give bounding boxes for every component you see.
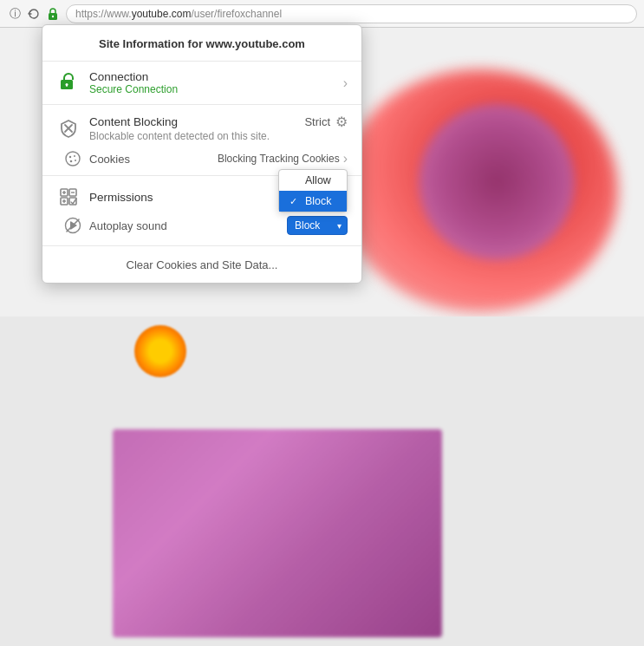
svg-point-11: [75, 160, 76, 161]
svg-point-9: [74, 155, 75, 157]
url-path: /user/firefoxchannel: [191, 8, 282, 20]
bg-firefox-logo: [134, 325, 186, 377]
cookies-label: Cookies: [89, 153, 218, 166]
cookies-icon-wrap: [56, 151, 89, 166]
content-blocking-desc: Blockable content detected on this site.: [89, 130, 348, 142]
cookies-value-text: Blocking Tracking Cookies: [218, 153, 340, 165]
connection-icon: [56, 71, 81, 95]
autoplay-dropdown-wrapper: Allow ✓ Block Block ▾: [287, 216, 348, 235]
cookies-chevron: ›: [343, 151, 348, 166]
autoplay-dropdown-btn[interactable]: Block ▾: [287, 216, 348, 235]
refresh-icon[interactable]: [26, 6, 42, 22]
autoplay-dropdown-menu: Allow ✓ Block: [278, 169, 348, 212]
dropdown-btn-text: Block: [295, 219, 320, 232]
connection-subtitle: Secure Connection: [89, 83, 343, 95]
popup-header: Site Information for www.youtube.com: [42, 25, 361, 62]
block-check: ✓: [289, 196, 300, 207]
autoplay-row: Autoplay sound Allow ✓ Block Block: [42, 212, 361, 245]
connection-title: Connection: [89, 70, 343, 83]
connection-content: Connection Secure Connection: [89, 70, 343, 95]
svg-point-1: [52, 15, 54, 16]
bg-purple-bottom: [113, 429, 442, 637]
permissions-title: Permissions: [89, 191, 153, 204]
site-info-popup: Site Information for www.youtube.com Con…: [42, 24, 362, 284]
info-icon[interactable]: ⓘ: [7, 6, 23, 22]
permissions-section: Permissions ⚙ Autoplay sound Allow: [42, 176, 361, 246]
svg-point-8: [69, 156, 71, 158]
url-text: https://www.youtube.com/user/firefoxchan…: [75, 8, 282, 20]
popup-title: Site Information for www.youtube.com: [56, 37, 348, 50]
autoplay-icon-wrap: [56, 217, 89, 234]
block-label: Block: [305, 195, 332, 207]
content-blocking-title: Content Blocking: [89, 115, 178, 128]
url-prefix: https://www.: [75, 8, 132, 20]
content-blocking-header: Content Blocking Strict ⚙ Blockable cont…: [42, 105, 361, 146]
content-blocking-status: Strict: [304, 115, 330, 128]
svg-rect-4: [66, 84, 68, 87]
clear-cookies-button[interactable]: Clear Cookies and Site Data...: [127, 258, 278, 271]
url-bar[interactable]: https://www.youtube.com/user/firefoxchan…: [66, 4, 637, 23]
autoplay-label: Autoplay sound: [89, 219, 287, 232]
content-blocking-icon: [56, 116, 81, 140]
connection-row[interactable]: Connection Secure Connection ›: [42, 62, 361, 105]
url-domain: youtube.com: [132, 8, 192, 20]
clear-cookies-row: Clear Cookies and Site Data...: [42, 246, 361, 283]
content-blocking-content: Content Blocking Strict ⚙ Blockable cont…: [89, 114, 348, 142]
content-blocking-gear-icon[interactable]: ⚙: [335, 114, 348, 130]
connection-chevron: ›: [343, 75, 348, 91]
dropdown-arrow-icon: ▾: [337, 221, 342, 231]
permissions-icon: [56, 185, 81, 209]
dropdown-item-allow[interactable]: Allow: [279, 170, 347, 191]
bg-bottom-area: [0, 316, 644, 646]
content-blocking-section: Content Blocking Strict ⚙ Blockable cont…: [42, 105, 361, 176]
svg-point-7: [66, 152, 80, 166]
svg-point-10: [70, 160, 73, 163]
lock-icon[interactable]: [45, 6, 61, 22]
content-blocking-right: Strict ⚙: [304, 114, 348, 130]
dropdown-item-block[interactable]: ✓ Block: [279, 191, 347, 212]
cookies-value: Blocking Tracking Cookies ›: [218, 151, 348, 166]
bg-purple-blob: [419, 104, 575, 260]
allow-label: Allow: [305, 174, 331, 186]
address-bar-icons: ⓘ: [7, 6, 61, 22]
